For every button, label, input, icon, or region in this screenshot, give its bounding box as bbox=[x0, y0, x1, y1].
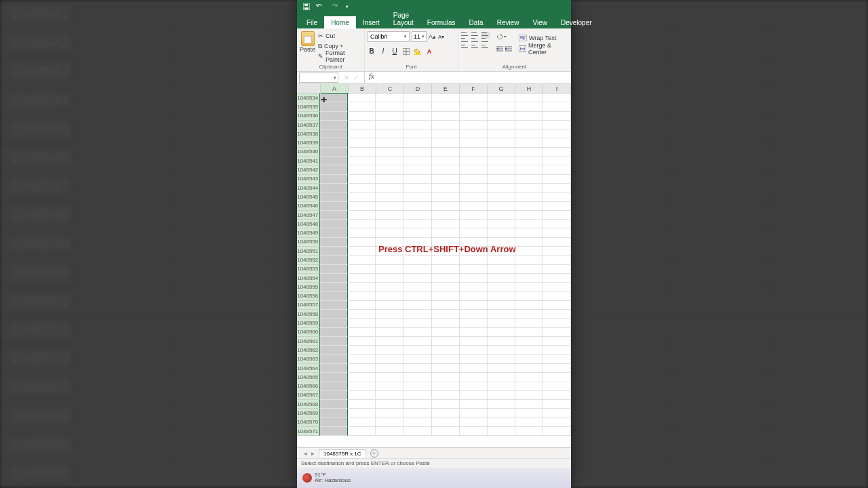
row-header[interactable]: 1048551 bbox=[297, 247, 320, 256]
row-header[interactable]: 1048534 bbox=[297, 94, 320, 102]
cell[interactable] bbox=[432, 228, 460, 237]
cell[interactable] bbox=[543, 148, 571, 157]
cell[interactable] bbox=[543, 184, 571, 192]
column-header[interactable]: B bbox=[349, 84, 376, 94]
cell[interactable] bbox=[543, 129, 571, 138]
row-header[interactable]: 1048538 bbox=[297, 129, 320, 138]
cell[interactable] bbox=[432, 129, 460, 138]
cell[interactable] bbox=[432, 202, 460, 211]
cell[interactable] bbox=[320, 256, 348, 264]
cell[interactable] bbox=[432, 310, 460, 319]
cell[interactable] bbox=[432, 274, 460, 283]
cell[interactable] bbox=[432, 138, 460, 147]
wrap-text-button[interactable]: Wrap Text bbox=[519, 33, 568, 43]
row-header[interactable]: 1048566 bbox=[297, 382, 320, 391]
row-header[interactable]: 1048567 bbox=[297, 391, 320, 400]
copy-dropdown-icon[interactable]: ▾ bbox=[340, 43, 343, 49]
cell[interactable] bbox=[460, 202, 488, 211]
cell[interactable] bbox=[543, 121, 571, 129]
cell[interactable] bbox=[320, 165, 348, 174]
cell[interactable] bbox=[320, 310, 348, 319]
cell[interactable] bbox=[488, 274, 515, 283]
cell[interactable] bbox=[460, 228, 488, 237]
cell[interactable] bbox=[543, 319, 571, 327]
cell[interactable] bbox=[320, 364, 348, 373]
cell[interactable] bbox=[460, 211, 488, 220]
cell[interactable] bbox=[460, 400, 488, 409]
cell[interactable] bbox=[320, 238, 348, 247]
cell[interactable] bbox=[488, 256, 515, 264]
column-header[interactable]: E bbox=[432, 84, 460, 94]
cell[interactable] bbox=[543, 202, 571, 211]
fill-color-button[interactable] bbox=[414, 48, 422, 55]
cell[interactable] bbox=[404, 319, 432, 327]
cell[interactable] bbox=[543, 427, 571, 436]
cell[interactable] bbox=[460, 409, 488, 418]
orientation-button[interactable]: ⭯▾ bbox=[496, 33, 512, 40]
cell[interactable] bbox=[348, 427, 376, 436]
cell[interactable] bbox=[348, 112, 376, 121]
cell[interactable] bbox=[404, 148, 432, 157]
row-header[interactable]: 1048559 bbox=[297, 319, 320, 327]
cell[interactable] bbox=[460, 310, 488, 319]
cell[interactable] bbox=[376, 319, 403, 327]
cell[interactable] bbox=[320, 418, 348, 427]
row-header[interactable]: 1048548 bbox=[297, 220, 320, 228]
cell[interactable] bbox=[515, 391, 543, 400]
cell[interactable] bbox=[460, 112, 488, 121]
cell[interactable] bbox=[376, 337, 403, 346]
cell[interactable] bbox=[543, 292, 571, 301]
decrease-font-icon[interactable]: A▾ bbox=[438, 34, 444, 40]
cell[interactable] bbox=[404, 192, 432, 201]
tab-review[interactable]: Review bbox=[490, 16, 526, 28]
formula-enter-icon[interactable]: ✓ bbox=[353, 74, 359, 81]
tab-file[interactable]: File bbox=[300, 16, 324, 28]
cell[interactable] bbox=[404, 373, 432, 382]
vertical-align-buttons[interactable] bbox=[461, 32, 490, 39]
cell[interactable] bbox=[432, 319, 460, 327]
cell[interactable] bbox=[320, 157, 348, 165]
row-header[interactable]: 1048543 bbox=[297, 175, 320, 184]
cell[interactable] bbox=[460, 138, 488, 147]
cell[interactable] bbox=[404, 129, 432, 138]
cell[interactable] bbox=[515, 102, 543, 111]
cell[interactable] bbox=[460, 418, 488, 427]
cell[interactable] bbox=[376, 409, 403, 418]
merge-center-button[interactable]: Merge & Center bbox=[519, 44, 568, 54]
cell[interactable] bbox=[320, 112, 348, 121]
cell[interactable] bbox=[376, 148, 403, 157]
cell[interactable] bbox=[404, 202, 432, 211]
cell[interactable] bbox=[432, 211, 460, 220]
cell[interactable] bbox=[376, 202, 403, 211]
cell[interactable] bbox=[515, 228, 543, 237]
cell[interactable] bbox=[488, 220, 515, 228]
cell[interactable] bbox=[460, 391, 488, 400]
cell[interactable] bbox=[488, 138, 515, 147]
row-header[interactable]: 1048545 bbox=[297, 192, 320, 201]
spreadsheet-grid[interactable]: ABCDEFGHI 104853410485351048536104853710… bbox=[297, 84, 571, 447]
column-header[interactable]: A bbox=[321, 84, 349, 94]
cell[interactable] bbox=[515, 148, 543, 157]
cell[interactable] bbox=[404, 228, 432, 237]
cell[interactable] bbox=[488, 391, 515, 400]
cell[interactable] bbox=[320, 192, 348, 201]
cell[interactable] bbox=[432, 337, 460, 346]
cell[interactable] bbox=[404, 211, 432, 220]
cell[interactable] bbox=[543, 391, 571, 400]
cell[interactable] bbox=[432, 175, 460, 184]
paste-button[interactable]: Paste bbox=[300, 30, 315, 53]
cell[interactable] bbox=[404, 337, 432, 346]
cell[interactable] bbox=[348, 382, 376, 391]
border-button[interactable] bbox=[402, 48, 410, 55]
cell[interactable] bbox=[488, 94, 515, 102]
cell[interactable] bbox=[432, 427, 460, 436]
cell[interactable] bbox=[404, 301, 432, 310]
cell[interactable] bbox=[460, 283, 488, 291]
cell[interactable] bbox=[348, 138, 376, 147]
column-header[interactable]: C bbox=[376, 84, 404, 94]
cell[interactable] bbox=[515, 319, 543, 327]
cell[interactable] bbox=[460, 157, 488, 165]
cell[interactable] bbox=[404, 391, 432, 400]
cell[interactable] bbox=[432, 184, 460, 192]
cell[interactable] bbox=[488, 346, 515, 354]
